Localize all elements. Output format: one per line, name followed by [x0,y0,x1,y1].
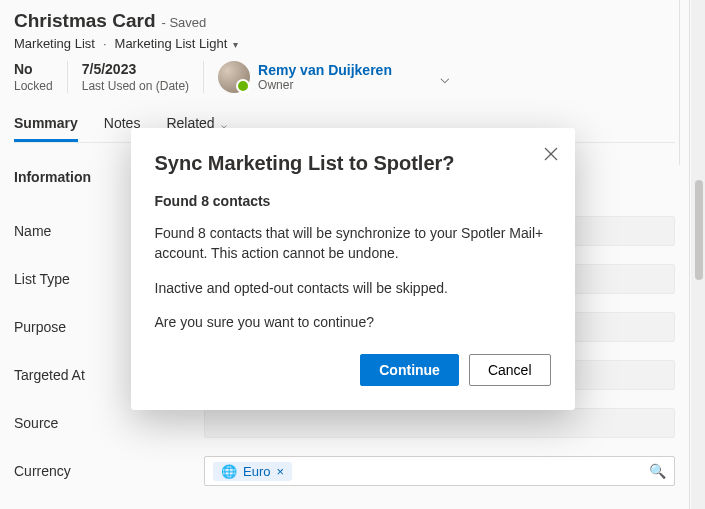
separator-dot [101,36,109,51]
cancel-button[interactable]: Cancel [469,354,551,386]
entity-name: Marketing List [14,36,95,51]
label-currency: Currency [14,463,204,479]
dialog-actions: Continue Cancel [155,354,551,386]
close-icon [544,147,558,161]
tab-summary[interactable]: Summary [14,115,78,142]
chevron-down-icon: ▾ [233,39,238,50]
lastused-label: Last Used on (Date) [82,79,189,93]
lastused-value: 7/5/2023 [82,61,189,77]
currency-icon: 🌐 [221,464,237,479]
form-name: Marketing List Light [115,36,228,51]
lastused-cell: 7/5/2023 Last Used on (Date) [82,61,204,93]
dialog-body-2: Inactive and opted-out contacts will be … [155,278,551,298]
label-source: Source [14,415,204,431]
remove-icon[interactable]: × [276,464,284,479]
continue-button[interactable]: Continue [360,354,459,386]
dialog-body-1: Found 8 contacts that will be synchroniz… [155,223,551,264]
owner-cell[interactable]: Remy van Duijkeren Owner ⌵ [218,61,464,93]
locked-cell: No Locked [14,61,68,93]
owner-role: Owner [258,78,392,92]
form-selector[interactable]: Marketing List Light ▾ [115,36,238,51]
divider [679,0,680,165]
scrollbar[interactable] [691,0,705,509]
locked-value: No [14,61,53,77]
record-title: Christmas Card [14,10,156,32]
save-status: - Saved [162,15,207,30]
dialog-title: Sync Marketing List to Spotler? [155,152,551,175]
search-icon[interactable]: 🔍 [649,463,666,479]
chevron-down-icon: ⌵ [440,68,450,87]
avatar [218,61,250,93]
dialog-body-3: Are you sure you want to continue? [155,312,551,332]
scroll-thumb[interactable] [695,180,703,280]
locked-label: Locked [14,79,53,93]
currency-pill[interactable]: 🌐 Euro × [213,462,292,481]
subtitle: Marketing List Marketing List Light ▾ [14,36,675,51]
close-button[interactable] [541,144,561,164]
title-bar: Christmas Card - Saved [14,10,675,32]
header-fields: No Locked 7/5/2023 Last Used on (Date) R… [14,61,675,93]
dialog-subtitle: Found 8 contacts [155,193,551,209]
currency-text: Euro [243,464,270,479]
sync-dialog: Sync Marketing List to Spotler? Found 8 … [131,128,575,410]
input-source[interactable] [204,408,675,438]
input-currency[interactable]: 🌐 Euro × 🔍 [204,456,675,486]
owner-name: Remy van Duijkeren [258,62,392,78]
